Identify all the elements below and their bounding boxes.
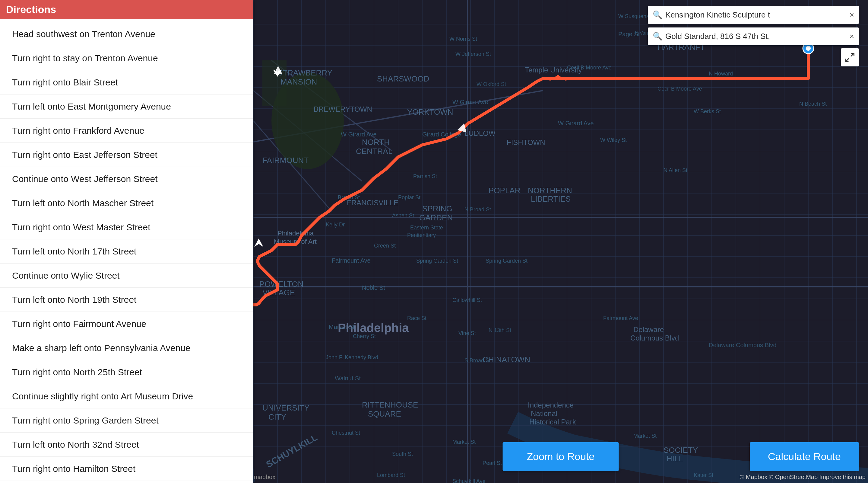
direction-item[interactable]: Make a sharp left onto Pennsylvania Aven… bbox=[0, 336, 253, 360]
svg-text:Market St: Market St bbox=[329, 323, 355, 330]
origin-search-box: 🔍 × bbox=[648, 6, 859, 24]
mapbox-logo-text: mapbox bbox=[254, 474, 275, 480]
svg-text:SHARSWOOD: SHARSWOOD bbox=[377, 74, 429, 83]
svg-text:W Wiley St: W Wiley St bbox=[600, 137, 627, 143]
svg-text:Aspen St: Aspen St bbox=[392, 212, 414, 219]
svg-text:POPLAR: POPLAR bbox=[489, 186, 521, 195]
svg-text:Market St: Market St bbox=[633, 433, 657, 439]
svg-text:Delaware Columbus Blvd: Delaware Columbus Blvd bbox=[709, 342, 777, 348]
svg-text:STRAWBERRY: STRAWBERRY bbox=[277, 68, 332, 77]
svg-text:Delaware: Delaware bbox=[633, 325, 664, 334]
svg-text:Noble St: Noble St bbox=[362, 284, 385, 291]
direction-item[interactable]: Head southwest on Trenton Avenue bbox=[0, 22, 253, 46]
svg-text:HILL: HILL bbox=[666, 454, 683, 463]
attribution-text: © Mapbox © OpenStreetMap Improve this ma… bbox=[740, 474, 866, 480]
svg-text:Penitentiary: Penitentiary bbox=[407, 232, 436, 238]
direction-item[interactable]: Turn right onto West Master Street bbox=[0, 215, 253, 239]
svg-text:Poplar St: Poplar St bbox=[398, 194, 421, 200]
svg-text:S Broad St: S Broad St bbox=[464, 358, 491, 364]
calculate-route-button[interactable]: Calculate Route bbox=[750, 442, 859, 471]
svg-text:Green St: Green St bbox=[374, 243, 396, 249]
svg-text:N Beach St: N Beach St bbox=[799, 101, 827, 107]
svg-text:Parrish St: Parrish St bbox=[413, 173, 437, 179]
svg-text:MANSION: MANSION bbox=[280, 77, 317, 86]
svg-text:GARDEN: GARDEN bbox=[419, 213, 453, 222]
direction-item[interactable]: Turn right onto North 25th Street bbox=[0, 360, 253, 384]
svg-text:W Girard Ave: W Girard Ave bbox=[453, 99, 488, 105]
svg-text:Kelly Dr: Kelly Dr bbox=[326, 222, 345, 228]
direction-item[interactable]: Turn left onto East Montgomery Avenue bbox=[0, 94, 253, 119]
svg-text:Chestnut St: Chestnut St bbox=[332, 430, 360, 436]
svg-text:W Girard Ave: W Girard Ave bbox=[558, 120, 594, 126]
direction-item[interactable]: Turn right onto Blair Street bbox=[0, 70, 253, 94]
destination-search-box: 🔍 × bbox=[648, 27, 859, 45]
svg-line-149 bbox=[851, 53, 854, 57]
svg-text:UNIVERSITY: UNIVERSITY bbox=[262, 403, 309, 413]
origin-search-icon: 🔍 bbox=[653, 10, 662, 20]
svg-text:W Berks St: W Berks St bbox=[694, 108, 721, 114]
svg-text:South St: South St bbox=[392, 451, 413, 457]
svg-text:W Jefferson St: W Jefferson St bbox=[456, 51, 491, 57]
svg-line-150 bbox=[846, 58, 849, 62]
direction-item[interactable]: Continue onto West Jefferson Street bbox=[0, 167, 253, 191]
svg-text:FISHTOWN: FISHTOWN bbox=[507, 138, 545, 146]
destination-clear-button[interactable]: × bbox=[849, 32, 854, 41]
svg-text:Pearl St: Pearl St bbox=[483, 460, 502, 466]
direction-item[interactable]: Turn right onto Spring Garden Street bbox=[0, 408, 253, 433]
svg-text:Lombard St: Lombard St bbox=[377, 472, 405, 478]
svg-text:LIBERTIES: LIBERTIES bbox=[531, 194, 570, 203]
origin-input[interactable] bbox=[665, 10, 846, 20]
svg-text:Callowhill St: Callowhill St bbox=[453, 297, 482, 303]
svg-text:Cecil B Moore Ave: Cecil B Moore Ave bbox=[567, 65, 612, 70]
svg-text:Schuylkill Ave: Schuylkill Ave bbox=[453, 478, 486, 483]
svg-text:NORTH: NORTH bbox=[362, 138, 390, 147]
svg-text:Cecil B Moore Ave: Cecil B Moore Ave bbox=[657, 86, 702, 92]
origin-clear-button[interactable]: × bbox=[849, 10, 854, 20]
direction-item[interactable]: Turn left onto North Mascher Street bbox=[0, 191, 253, 215]
svg-text:BREWERYTOWN: BREWERYTOWN bbox=[314, 105, 372, 113]
svg-text:W Girard Ave: W Girard Ave bbox=[341, 131, 377, 138]
direction-item[interactable]: Turn right onto Hamilton Street bbox=[0, 457, 253, 481]
svg-text:SOCIETY: SOCIETY bbox=[663, 446, 698, 455]
svg-text:N Broad St: N Broad St bbox=[464, 206, 491, 212]
destination-input[interactable] bbox=[665, 32, 846, 41]
svg-text:Historical Park: Historical Park bbox=[529, 418, 576, 426]
svg-text:Fairmount Ave: Fairmount Ave bbox=[603, 315, 638, 321]
svg-text:Spring Garden St: Spring Garden St bbox=[416, 258, 458, 264]
svg-text:CITY: CITY bbox=[269, 413, 286, 421]
direction-item[interactable]: Turn right to stay on Trenton Avenue bbox=[0, 46, 253, 70]
svg-text:N 13th St: N 13th St bbox=[489, 327, 511, 333]
direction-item[interactable]: Turn right onto Frankford Avenue bbox=[0, 119, 253, 143]
directions-header: Directions bbox=[0, 0, 253, 19]
svg-text:SPRING: SPRING bbox=[422, 204, 453, 213]
svg-text:National: National bbox=[531, 409, 557, 418]
svg-text:Race St: Race St bbox=[407, 315, 427, 321]
svg-text:POWELTON: POWELTON bbox=[259, 280, 303, 289]
direction-item[interactable]: Turn left onto Saunders bbox=[0, 481, 253, 483]
svg-text:YORKTOWN: YORKTOWN bbox=[407, 108, 453, 116]
svg-text:Walnut St: Walnut St bbox=[335, 375, 361, 381]
svg-point-146 bbox=[806, 46, 811, 51]
direction-item[interactable]: Turn right onto Fairmount Avenue bbox=[0, 312, 253, 336]
map-attribution: © Mapbox © OpenStreetMap Improve this ma… bbox=[740, 474, 866, 481]
direction-item[interactable]: Turn left onto North 19th Street bbox=[0, 288, 253, 312]
direction-item[interactable]: Turn left onto North 32nd Street bbox=[0, 433, 253, 457]
directions-list[interactable]: Head southwest on Trenton AvenueTurn rig… bbox=[0, 19, 253, 483]
svg-text:N Allen St: N Allen St bbox=[663, 167, 687, 173]
svg-text:Independence: Independence bbox=[528, 401, 574, 409]
svg-text:John F. Kennedy Blvd: John F. Kennedy Blvd bbox=[326, 354, 378, 361]
direction-item[interactable]: Turn left onto North 17th Street bbox=[0, 239, 253, 263]
direction-item[interactable]: Continue slightly right onto Art Museum … bbox=[0, 384, 253, 408]
svg-text:Fairmount Ave: Fairmount Ave bbox=[332, 257, 371, 264]
direction-item[interactable]: Continue onto Wylie Street bbox=[0, 263, 253, 288]
zoom-to-route-button[interactable]: Zoom to Route bbox=[503, 442, 619, 471]
destination-search-icon: 🔍 bbox=[653, 32, 662, 41]
svg-text:Market St: Market St bbox=[453, 439, 476, 445]
svg-text:FAIRMOUNT: FAIRMOUNT bbox=[262, 156, 309, 165]
svg-text:LUDLOW: LUDLOW bbox=[464, 129, 496, 137]
expand-map-button[interactable] bbox=[841, 48, 859, 66]
svg-text:CENTRAL: CENTRAL bbox=[356, 147, 392, 156]
direction-item[interactable]: Turn right onto East Jefferson Street bbox=[0, 143, 253, 167]
directions-title: Directions bbox=[6, 4, 56, 15]
mapbox-logo: mapbox bbox=[254, 474, 275, 481]
